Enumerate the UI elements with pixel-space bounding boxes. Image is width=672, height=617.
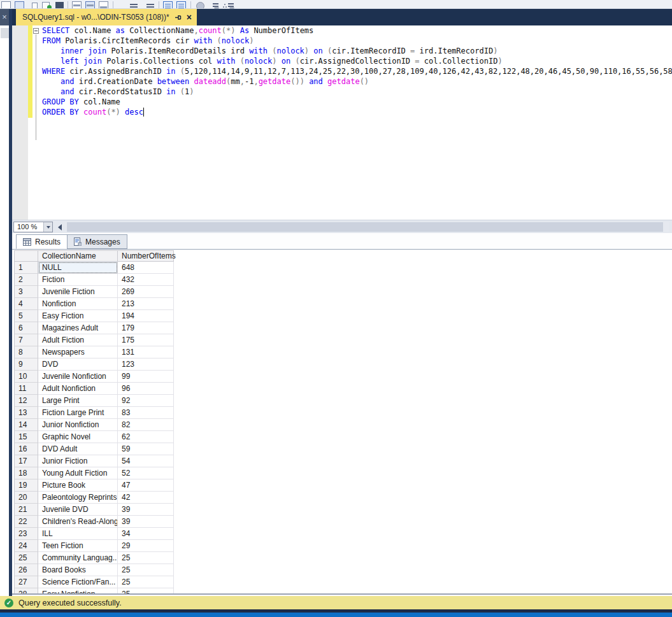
disconnect-icon[interactable] [55,2,64,9]
numberofitems-cell[interactable]: 25 [118,588,174,595]
row-number-cell[interactable]: 15 [14,431,38,443]
numberofitems-cell[interactable]: 92 [118,395,174,407]
sql-editor[interactable]: SELECT col.Name as CollectionName,count(… [12,25,672,220]
row-number-cell[interactable]: 1 [14,262,38,274]
numberofitems-cell[interactable]: 42 [118,492,174,504]
collectionname-cell[interactable]: DVD Adult [38,443,118,455]
row-number-cell[interactable]: 12 [14,395,38,407]
document-tab[interactable]: SQLQuery1.sql - w0...\ODIN-TS053 (108))*… [16,9,197,25]
numberofitems-cell[interactable]: 432 [118,274,174,286]
numberofitems-cell[interactable]: 83 [118,407,174,419]
collectionname-cell[interactable]: Easy Nonfiction [38,588,118,595]
numberofitems-cell[interactable]: 123 [118,358,174,371]
code-line[interactable]: GROUP BY col.Name [42,97,120,107]
collectionname-cell[interactable]: Adult Fiction [38,334,118,346]
numberofitems-cell[interactable]: 47 [118,479,174,492]
row-number-cell[interactable]: 16 [14,443,38,455]
numberofitems-cell[interactable]: 29 [118,540,174,552]
row-number-cell[interactable]: 22 [14,516,38,528]
h-scrollbar-track[interactable] [66,222,669,232]
code-line[interactable]: SELECT col.Name as CollectionName,count(… [42,25,313,36]
row-number-cell[interactable]: 23 [14,528,38,540]
numberofitems-cell[interactable]: 96 [118,383,174,395]
collectionname-cell[interactable]: Nonfiction [38,298,118,310]
globe-icon[interactable] [196,2,204,9]
numberofitems-cell[interactable]: 62 [118,431,174,443]
new-document-icon[interactable] [1,1,11,9]
numberofitems-cell[interactable]: 194 [118,310,174,322]
sort-dropdown-2-icon[interactable] [227,1,237,9]
row-number-cell[interactable]: 24 [14,540,38,552]
uncomment-icon[interactable] [176,1,186,9]
results-pane-icon[interactable] [72,1,82,9]
collectionname-cell[interactable]: ILL [38,528,118,540]
save-icon[interactable] [32,3,38,9]
collectionname-cell[interactable]: Junior Nonfiction [38,419,118,431]
open-file-icon[interactable] [15,1,24,9]
collectionname-cell[interactable]: Children's Read-Along [38,516,118,528]
row-number-cell[interactable]: 2 [14,274,38,286]
collectionname-cell[interactable]: NULL [38,262,118,274]
results-text-icon[interactable] [99,1,108,9]
numberofitems-cell[interactable]: 39 [118,516,174,528]
zoom-select[interactable]: 100 % [13,222,53,232]
numberofitems-cell[interactable]: 131 [118,346,174,358]
collectionname-cell[interactable]: Juvenile Fiction [38,286,118,298]
numberofitems-cell[interactable]: 59 [118,443,174,455]
numberofitems-cell[interactable]: 213 [118,298,174,310]
numberofitems-cell[interactable]: 175 [118,334,174,346]
row-number-cell[interactable]: 11 [14,383,38,395]
row-number-cell[interactable]: 19 [14,479,38,492]
code-line[interactable]: FROM Polaris.CircItemRecords cir with (n… [42,36,254,46]
code-line[interactable]: inner join Polaris.ItemRecordDetails ird… [42,46,497,56]
numberofitems-cell[interactable]: 648 [118,262,174,274]
row-number-cell[interactable]: 5 [14,310,38,322]
numberofitems-cell[interactable]: 99 [118,371,174,383]
code-line[interactable]: left join Polaris.Collections col with (… [42,56,503,66]
numberofitems-cell[interactable]: 34 [118,528,174,540]
collectionname-cell[interactable]: Paleontology Reprints [38,492,118,504]
collectionname-cell[interactable]: Graphic Novel [38,431,118,443]
collectionname-cell[interactable]: Fiction [38,274,118,286]
indent-decrease-icon[interactable] [129,1,139,9]
collectionname-cell[interactable]: Juvenile Nonfiction [38,371,118,383]
code-line[interactable]: and cir.RecordStatusID in (1) [42,87,194,97]
numberofitems-cell[interactable]: 25 [118,552,174,564]
collectionname-cell[interactable]: DVD [38,358,118,371]
collectionname-cell[interactable]: Adult Nonfiction [38,383,118,395]
row-number-cell[interactable]: 27 [14,576,38,588]
row-number-cell[interactable]: 13 [14,407,38,419]
numberofitems-cell[interactable]: 269 [118,286,174,298]
row-number-cell[interactable]: 3 [14,286,38,298]
grid-corner-cell[interactable] [14,250,38,262]
code-line[interactable]: WHERE cir.AssignedBranchID in (5,120,114… [42,66,672,76]
collectionname-cell[interactable]: Science Fiction/Fan... [38,576,118,588]
row-number-cell[interactable]: 7 [14,334,38,346]
pin-icon[interactable] [175,14,182,21]
tab-results[interactable]: Results [16,234,68,249]
close-panel-icon[interactable]: × [0,9,9,25]
row-number-cell[interactable]: 4 [14,298,38,310]
collectionname-cell[interactable]: Magazines Adult [38,322,118,334]
column-header-collectionname[interactable]: CollectionName [38,250,118,262]
tab-messages[interactable]: Messages [67,234,127,249]
row-number-cell[interactable]: 21 [14,504,38,516]
indent-increase-icon[interactable] [146,1,155,9]
comment-icon[interactable] [163,1,173,9]
row-number-cell[interactable]: 9 [14,358,38,371]
numberofitems-cell[interactable]: 54 [118,455,174,467]
collectionname-cell[interactable]: Teen Fiction [38,540,118,552]
collapse-region-icon[interactable] [33,28,39,34]
results-grid-icon[interactable] [85,1,95,9]
numberofitems-cell[interactable]: 25 [118,564,174,576]
close-tab-icon[interactable]: × [187,9,192,25]
column-header-numberofitems[interactable]: NumberOfItems [118,250,174,262]
row-number-cell[interactable]: 10 [14,371,38,383]
row-number-cell[interactable]: 18 [14,467,38,479]
collectionname-cell[interactable]: Easy Fiction [38,310,118,322]
numberofitems-cell[interactable]: 82 [118,419,174,431]
code-line[interactable]: ORDER BY count(*) desc [42,107,143,117]
collectionname-cell[interactable]: Young Adult Fiction [38,467,118,479]
collectionname-cell[interactable]: Large Print [38,395,118,407]
collectionname-cell[interactable]: Juvenile DVD [38,504,118,516]
